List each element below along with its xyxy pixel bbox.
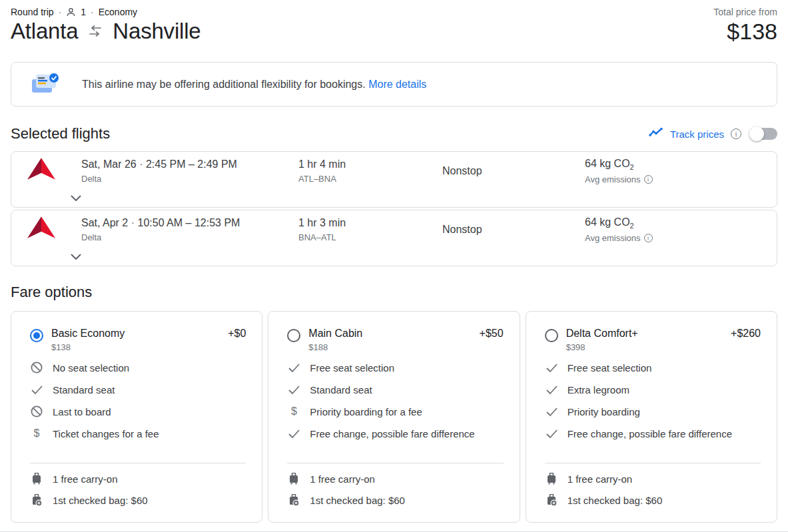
- fare-price-delta: +$260: [731, 328, 761, 340]
- checked-bag-icon: [30, 494, 43, 506]
- flight-stops: Nonstop: [442, 165, 585, 177]
- check-icon: [545, 427, 558, 439]
- baggage-info: 1 free carry-on: [310, 473, 375, 485]
- more-details-link[interactable]: More details: [368, 79, 426, 90]
- dollar-icon: $: [287, 405, 300, 417]
- checked-bag-icon: [287, 494, 300, 506]
- check-icon: [30, 384, 43, 396]
- fare-feature: No seat selection: [53, 362, 129, 374]
- baggage-info: 1st checked bag: $60: [568, 495, 663, 506]
- dollar-icon: $: [30, 427, 43, 439]
- route-row: Atlanta Nashville $138: [11, 19, 777, 45]
- delta-logo-icon: [27, 216, 55, 244]
- chevron-down-icon[interactable]: [71, 254, 81, 260]
- info-icon[interactable]: i: [644, 234, 653, 242]
- flight-duration-block: 1 hr 3 min BNA–ATL: [298, 217, 442, 242]
- blocked-icon: [30, 405, 43, 417]
- flight-duration: 1 hr 3 min: [298, 217, 442, 229]
- flight-date: Sat, Mar 26: [81, 158, 137, 170]
- flexibility-banner: This airline may be offering additional …: [11, 62, 777, 107]
- trip-header: Round trip · 1 · Economy Total price fro…: [11, 0, 777, 17]
- passenger-icon: [66, 7, 76, 17]
- flight-route: BNA–ATL: [298, 232, 442, 242]
- baggage-info: 1 free carry-on: [568, 473, 633, 485]
- check-icon: [287, 362, 300, 374]
- total-price-label: Total price from: [713, 7, 777, 17]
- fare-feature: Ticket changes for a fee: [53, 428, 159, 439]
- check-icon: [287, 384, 300, 396]
- fare-name: Basic Economy: [51, 328, 125, 340]
- flight-row-return[interactable]: Sat, Apr 2 · 10:50 AM – 12:53 PM Delta 1…: [11, 210, 777, 266]
- toggle-knob: [749, 127, 764, 141]
- baggage-info: 1 free carry-on: [53, 473, 118, 485]
- emissions-note: Avg emissions: [585, 174, 641, 184]
- fare-feature: Priority boarding for a fee: [310, 406, 422, 417]
- total-price-value: $138: [727, 19, 777, 45]
- delta-logo-icon: [27, 157, 55, 185]
- separator-dot: ·: [91, 7, 94, 17]
- passenger-count[interactable]: 1: [81, 7, 86, 17]
- check-icon: [287, 427, 300, 439]
- flight-times: 2:45 PM – 2:49 PM: [146, 158, 237, 170]
- selected-flights-title: Selected flights: [11, 125, 110, 142]
- fare-base-price: $138: [51, 342, 125, 352]
- fare-card-basic-economy[interactable]: Basic Economy $138 +$0 No seat selection…: [11, 311, 262, 523]
- fare-radio-button[interactable]: [30, 329, 43, 342]
- carry-on-bag-icon: [30, 473, 43, 485]
- carry-on-bag-icon: [545, 473, 558, 485]
- flight-route: ATL–BNA: [298, 174, 442, 184]
- fare-options-title: Fare options: [11, 284, 777, 301]
- emissions-note: Avg emissions: [585, 233, 641, 243]
- price-trend-icon: [649, 127, 663, 140]
- info-icon[interactable]: i: [731, 129, 741, 139]
- separator-dot: ·: [59, 7, 62, 17]
- track-prices-label[interactable]: Track prices: [670, 129, 724, 140]
- emissions-value: 64 kg CO2: [585, 158, 734, 171]
- info-icon[interactable]: i: [644, 175, 653, 184]
- fare-options-grid: Basic Economy $138 +$0 No seat selection…: [11, 311, 777, 523]
- fare-base-price: $398: [566, 342, 638, 352]
- origin-city: Atlanta: [11, 19, 78, 44]
- flight-emissions-block: 64 kg CO2 Avg emissionsi: [585, 158, 734, 184]
- cabin-class-label[interactable]: Economy: [99, 7, 137, 17]
- fare-feature: Free change, possible fare difference: [568, 428, 732, 439]
- check-icon: [545, 405, 558, 417]
- baggage-info: 1st checked bag: $60: [53, 495, 148, 506]
- blocked-icon: [30, 362, 43, 374]
- route-title: Atlanta Nashville: [11, 19, 200, 44]
- chevron-down-icon[interactable]: [71, 195, 81, 202]
- trip-type-label[interactable]: Round trip: [11, 7, 54, 17]
- separator-dot: ·: [139, 158, 143, 170]
- fare-card-delta-comfort-plus[interactable]: Delta Comfort+ $398 +$260 Free seat sele…: [526, 311, 777, 523]
- flight-row-departure[interactable]: Sat, Mar 26 · 2:45 PM – 2:49 PM Delta 1 …: [11, 151, 777, 208]
- flexible-ticket-icon: [27, 71, 62, 98]
- fare-card-main-cabin[interactable]: Main Cabin $188 +$50 Free seat selection…: [268, 311, 520, 523]
- track-prices-toggle[interactable]: [751, 128, 777, 140]
- fare-feature: Free change, possible fare difference: [310, 428, 474, 439]
- trip-meta: Round trip · 1 · Economy: [11, 7, 137, 17]
- fare-feature: Extra legroom: [568, 384, 629, 396]
- flight-booking-page: Round trip · 1 · Economy Total price fro…: [0, 0, 788, 523]
- emissions-value: 64 kg CO2: [585, 216, 734, 230]
- fare-radio-button[interactable]: [545, 329, 558, 342]
- carry-on-bag-icon: [287, 473, 300, 485]
- flight-date-airline: Sat, Mar 26 · 2:45 PM – 2:49 PM Delta: [81, 158, 298, 184]
- flight-times: 10:50 AM – 12:53 PM: [138, 217, 240, 228]
- flight-duration-block: 1 hr 4 min ATL–BNA: [298, 158, 442, 184]
- fare-feature: Last to board: [53, 406, 111, 417]
- round-trip-arrows-icon: [87, 25, 103, 38]
- track-prices-control: Track prices i: [649, 127, 777, 140]
- flight-stops: Nonstop: [442, 224, 585, 236]
- flight-date: Sat, Apr 2: [81, 217, 128, 228]
- banner-text: This airline may be offering additional …: [82, 79, 366, 90]
- airline-name: Delta: [81, 174, 298, 184]
- destination-city: Nashville: [113, 19, 200, 44]
- fare-feature: Free seat selection: [310, 362, 394, 374]
- fare-feature: Standard seat: [53, 384, 115, 396]
- flight-emissions-block: 64 kg CO2 Avg emissionsi: [585, 216, 734, 243]
- selected-flights-header: Selected flights Track prices i: [11, 125, 777, 142]
- fare-feature: Priority boarding: [568, 406, 640, 417]
- airline-name: Delta: [81, 232, 298, 242]
- fare-radio-button[interactable]: [287, 329, 300, 342]
- baggage-info: 1st checked bag: $60: [310, 495, 405, 506]
